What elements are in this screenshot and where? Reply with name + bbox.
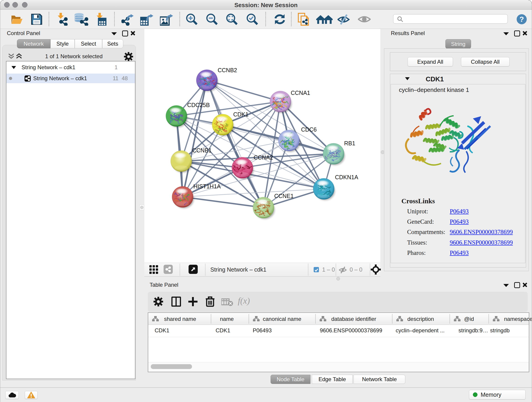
- svg-text:CCNE1: CCNE1: [274, 193, 294, 199]
- svg-text:CDK1: CDK1: [233, 111, 249, 118]
- svg-text:RB1: RB1: [344, 140, 355, 147]
- svg-text:CDC25B: CDC25B: [187, 102, 210, 108]
- svg-text:CDKN1A: CDKN1A: [335, 174, 358, 180]
- svg-text:CCNB2: CCNB2: [218, 67, 237, 73]
- svg-text:CDC6: CDC6: [301, 126, 317, 133]
- svg-text:CCNA1: CCNA1: [291, 89, 310, 96]
- svg-text:CCNA2: CCNA2: [254, 154, 273, 161]
- svg-text:HIST1H1A: HIST1H1A: [193, 183, 221, 190]
- svg-text:CCNB1: CCNB1: [192, 147, 212, 153]
